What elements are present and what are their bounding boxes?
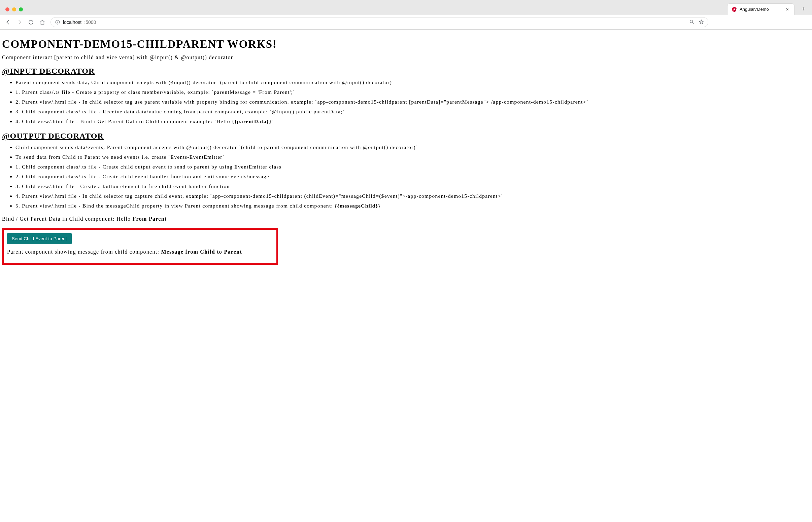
browser-tab[interactable]: A Angular7Demo × <box>727 3 794 15</box>
list-item: 2. Parent view/.html file - In child sel… <box>16 98 810 106</box>
window-maximize-button[interactable] <box>19 7 23 12</box>
list-item: 1. Child component class/.ts file - Crea… <box>16 163 810 171</box>
address-bar[interactable]: localhost:5000 <box>51 17 708 27</box>
tab-strip: A Angular7Demo × + <box>0 0 812 15</box>
home-button[interactable] <box>39 19 46 25</box>
input-list: Parent component sends data, Child compo… <box>2 78 810 125</box>
section-output-title: @OUTPUT DECORATOR <box>2 132 810 141</box>
list-item: Parent component sends data, Child compo… <box>16 78 810 86</box>
list-item-bold: {{messageChild}} <box>335 203 381 208</box>
new-tab-button[interactable]: + <box>798 4 808 14</box>
parent-message-value: Message from Child to Parent <box>161 249 242 255</box>
list-item: To send data from Child to Parent we nee… <box>16 153 810 161</box>
list-item-tail: ` <box>272 118 274 124</box>
highlight-box: Send Child Event to Parent Parent compon… <box>2 228 278 265</box>
forward-button[interactable] <box>16 19 23 25</box>
svg-point-5 <box>57 21 58 21</box>
page-heading: COMPONENT-DEMO15-CHILDPARENT WORKS! <box>2 38 810 51</box>
angular-favicon-icon: A <box>732 7 737 12</box>
address-bar-actions <box>689 19 704 25</box>
parent-message-line: Parent component showing message from ch… <box>7 249 273 255</box>
child-bind-prefix: : Hello <box>113 216 132 222</box>
list-item: 3. Child component class/.ts file - Rece… <box>16 108 810 116</box>
page-subtitle: Component interact [parent to child and … <box>2 55 810 61</box>
zoom-icon[interactable] <box>689 19 695 25</box>
section-input-title: @INPUT DECORATOR <box>2 66 810 76</box>
page-content: COMPONENT-DEMO15-CHILDPARENT WORKS! Comp… <box>0 30 812 278</box>
list-item: 1. Parent class/.ts file - Create a prop… <box>16 88 810 96</box>
browser-tab-title: Angular7Demo <box>740 7 769 12</box>
window-close-button[interactable] <box>5 7 9 12</box>
list-item: Child component sends data/events, Paren… <box>16 143 810 152</box>
tab-close-icon[interactable]: × <box>786 7 789 12</box>
list-item: 4. Parent view/.html file - In child sel… <box>16 192 810 200</box>
child-bind-label: Bind / Get Parent Data in Child componen… <box>2 216 113 222</box>
url-port: :5000 <box>84 20 96 25</box>
output-list: Child component sends data/events, Paren… <box>2 143 810 210</box>
svg-marker-8 <box>699 20 703 23</box>
send-child-event-button[interactable]: Send Child Event to Parent <box>7 233 72 244</box>
window-controls <box>3 7 26 15</box>
list-item: 5. Parent view/.html file - Bind the mes… <box>16 202 810 210</box>
child-bind-value: From Parent <box>133 216 167 222</box>
parent-message-label: Parent component showing message from ch… <box>7 249 157 255</box>
bookmark-star-icon[interactable] <box>699 19 704 25</box>
parent-message-sep: : <box>157 249 161 255</box>
browser-chrome: A Angular7Demo × + localhost:5000 <box>0 0 812 30</box>
list-item-bold: {{parentData}} <box>232 118 272 124</box>
back-button[interactable] <box>5 19 12 25</box>
list-item-text: 4. Child view/.html file - Bind / Get Pa… <box>16 118 232 124</box>
reload-button[interactable] <box>27 19 34 25</box>
child-bind-line: Bind / Get Parent Data in Child componen… <box>2 216 810 222</box>
browser-toolbar: localhost:5000 <box>0 15 812 29</box>
list-item: 4. Child view/.html file - Bind / Get Pa… <box>16 117 810 125</box>
url-host: localhost <box>63 20 81 25</box>
site-info-icon[interactable] <box>55 20 60 25</box>
list-item-text: 5. Parent view/.html file - Bind the mes… <box>16 203 335 208</box>
svg-point-6 <box>690 20 693 22</box>
window-minimize-button[interactable] <box>12 7 16 12</box>
svg-text:A: A <box>733 8 736 11</box>
list-item: 3. Child view/.html file - Create a butt… <box>16 182 810 190</box>
svg-line-7 <box>693 22 694 23</box>
list-item: 2. Child component class/.ts file - Crea… <box>16 173 810 181</box>
